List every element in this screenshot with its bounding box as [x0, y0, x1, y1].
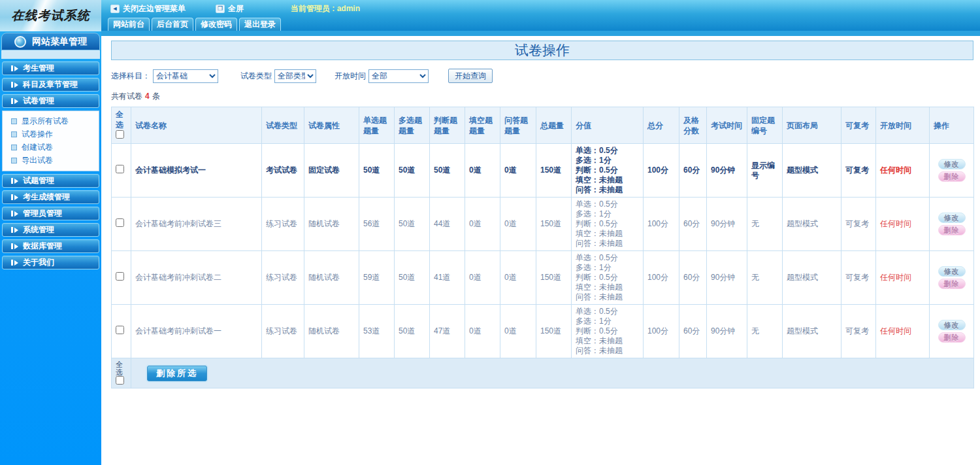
cell-retake: 可复考	[841, 305, 876, 358]
cell-total: 150道	[536, 144, 572, 198]
sidebar-group-subject[interactable]: 科目及章节管理	[2, 78, 99, 92]
query-button[interactable]: 开始查询	[448, 69, 493, 83]
delete-button[interactable]: 删除	[938, 332, 966, 343]
delete-selected-button[interactable]: 删除所选	[147, 366, 207, 381]
sidebar-group-label: 管理员管理	[23, 208, 62, 219]
cell-open-time: 任何时间	[876, 198, 930, 251]
header-name: 试卷名称	[131, 107, 262, 144]
tab-admin-home[interactable]: 后台首页	[152, 18, 193, 31]
sidebar-item-export-paper[interactable]: 导出试卷	[3, 154, 99, 167]
row-select-cell	[112, 144, 131, 198]
fullscreen-link[interactable]: ❐ 全屏	[216, 3, 244, 14]
sidebar-group-system[interactable]: 系统管理	[2, 223, 99, 237]
cell-multi: 50道	[395, 198, 430, 251]
cell-actions: 修改 删除	[930, 198, 974, 251]
footer-select-all-label: 全选	[116, 360, 127, 376]
sidebar-item-label: 显示所有试卷	[22, 116, 69, 127]
header-select-all-checkbox[interactable]	[116, 130, 124, 139]
cell-total-score: 100分	[644, 198, 679, 251]
sidebar-title: 网站菜单管理	[1, 33, 100, 50]
sidebar-group-examinee[interactable]: 考生管理	[2, 61, 99, 75]
cell-score: 单选：0.5分 多选：1分 判断：0.5分 填空：未抽题 问答：未抽题	[572, 251, 644, 305]
cell-single: 50道	[359, 144, 395, 198]
cell-duration: 90分钟	[707, 144, 747, 198]
cell-score: 单选：0.5分 多选：1分 判断：0.5分 填空：未抽题 问答：未抽题	[572, 305, 644, 358]
collapse-left-icon: ◄	[110, 5, 120, 13]
sidebar-group-scores[interactable]: 考生成绩管理	[2, 190, 99, 204]
header-duration: 考试时间	[707, 107, 747, 144]
delete-button[interactable]: 删除	[938, 225, 966, 235]
cell-multi: 50道	[395, 305, 430, 358]
header-attr: 试卷属性	[304, 107, 359, 144]
sidebar-item-label: 试卷操作	[22, 129, 53, 140]
sidebar-item-show-all-papers[interactable]: 显示所有试卷	[3, 114, 99, 128]
row-checkbox[interactable]	[116, 165, 124, 173]
sidebar-divider	[1, 50, 100, 59]
close-left-menu-label: 关闭左边管理菜单	[123, 3, 186, 14]
header-judge-count: 判断题题量	[430, 107, 465, 144]
sidebar-group-paper[interactable]: 试卷管理	[2, 94, 99, 108]
sidebar-title-label: 网站菜单管理	[32, 36, 87, 48]
row-checkbox[interactable]	[116, 218, 124, 227]
row-select-cell	[112, 198, 131, 251]
sidebar-submenu: 显示所有试卷 试卷操作 创建试卷 导出试卷	[2, 111, 99, 171]
modify-button[interactable]: 修改	[938, 159, 966, 169]
cell-judge: 44道	[430, 198, 465, 251]
tab-change-password[interactable]: 修改密码	[195, 18, 237, 31]
sidebar-group-database[interactable]: 数据库管理	[2, 239, 99, 253]
header-score: 分值	[572, 107, 644, 144]
header-retake: 可复考	[841, 107, 876, 144]
group-arrow-icon	[11, 211, 18, 216]
sidebar-group-questions[interactable]: 试题管理	[2, 174, 99, 188]
close-left-menu-link[interactable]: ◄ 关闭左边管理菜单	[110, 3, 186, 14]
paper-type-select[interactable]: 全部类型	[274, 69, 316, 83]
tab-site-front[interactable]: 网站前台	[108, 18, 150, 31]
header-actions: 操作	[930, 107, 974, 144]
cell-pass-score: 60分	[679, 198, 707, 251]
submenu-square-icon	[11, 118, 17, 124]
delete-button[interactable]: 删除	[938, 171, 966, 182]
fullscreen-label: 全屏	[228, 3, 244, 14]
fullscreen-icon: ❐	[216, 5, 225, 13]
cell-fixed-no: 无	[747, 305, 783, 358]
row-checkbox[interactable]	[116, 272, 124, 281]
cell-attr: 随机试卷	[304, 305, 359, 358]
main-content: 试卷操作 选择科目： 会计基础 试卷类型 全部类型 开放时间 全部 开始查询 共…	[101, 36, 980, 465]
cell-single: 53道	[359, 305, 395, 358]
modify-button[interactable]: 修改	[938, 266, 966, 277]
header-layout: 页面布局	[783, 107, 841, 144]
modify-button[interactable]: 修改	[938, 320, 966, 330]
subject-select[interactable]: 会计基础	[153, 69, 218, 83]
delete-button[interactable]: 删除	[938, 279, 966, 289]
group-arrow-icon	[11, 65, 18, 71]
group-arrow-icon	[11, 82, 18, 88]
cell-qa: 0道	[500, 144, 536, 198]
group-arrow-icon	[11, 178, 18, 184]
footer-select-all-checkbox[interactable]	[116, 376, 124, 385]
sidebar-group-about[interactable]: 关于我们	[2, 256, 99, 269]
current-admin-label: 当前管理员 : admin	[291, 3, 360, 14]
cell-type: 练习试卷	[262, 305, 304, 358]
tab-logout[interactable]: 退出登录	[239, 18, 281, 31]
cell-actions: 修改 删除	[930, 305, 974, 358]
topbar-bottom-strip	[101, 31, 980, 36]
sidebar-item-create-paper[interactable]: 创建试卷	[3, 141, 99, 154]
row-select-cell	[112, 305, 131, 358]
cell-judge: 50道	[430, 144, 465, 198]
sidebar-item-paper-operations[interactable]: 试卷操作	[3, 128, 99, 141]
modify-button[interactable]: 修改	[938, 213, 966, 223]
cell-blank: 0道	[465, 251, 500, 305]
subject-filter-label: 选择科目：	[111, 71, 150, 82]
page-title: 试卷操作	[111, 41, 973, 60]
table-row: 会计基础模拟考试一 考试试卷 固定试卷 50道 50道 50道 0道 0道 15…	[112, 144, 974, 198]
cell-pass-score: 60分	[679, 251, 707, 305]
open-time-select[interactable]: 全部	[368, 69, 429, 83]
row-checkbox[interactable]	[116, 326, 124, 334]
header-type: 试卷类型	[262, 107, 304, 144]
cell-total: 150道	[536, 305, 572, 358]
sidebar-group-admins[interactable]: 管理员管理	[2, 207, 99, 220]
cell-actions: 修改 删除	[930, 144, 974, 198]
submenu-square-icon	[11, 131, 17, 137]
group-arrow-icon	[11, 194, 18, 200]
cell-blank: 0道	[465, 144, 500, 198]
